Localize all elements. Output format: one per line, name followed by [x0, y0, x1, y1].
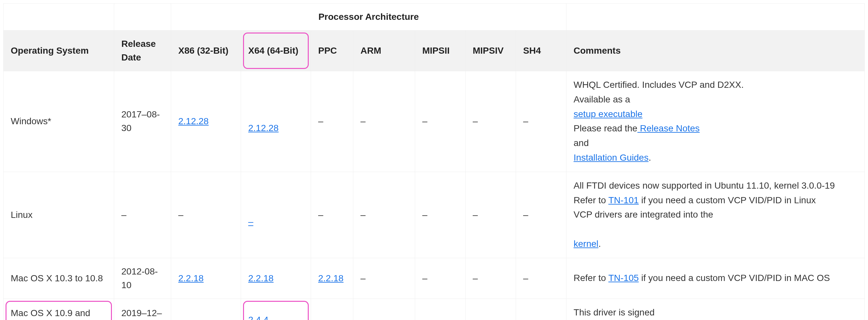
comment-text: .	[598, 239, 601, 249]
comment-text: Please read the	[574, 123, 637, 133]
tn-101-link[interactable]: TN-101	[609, 195, 639, 205]
cell-x64: 2.4.4	[241, 298, 311, 320]
cell-x86: 2.2.18	[171, 258, 241, 298]
table-row: Linux – – – – – – – – All FTDI devices n…	[4, 172, 865, 258]
header-x64: X64 (64-Bit)	[241, 31, 311, 71]
cell-arm: –	[353, 172, 415, 258]
cell-ppc: 2.2.18	[311, 258, 353, 298]
cell-x86: –	[171, 298, 241, 320]
table-row: Windows* 2017–08-30 2.12.28 2.12.28 – – …	[4, 71, 865, 172]
cell-comments: This driver is signed by Apple	[566, 298, 865, 320]
header-blank-comments	[566, 4, 865, 31]
cell-date: 2019–12–24	[114, 298, 171, 320]
setup-executable-link[interactable]: setup executable	[574, 109, 643, 119]
cell-sh4: –	[516, 258, 566, 298]
comment-text: if you need a custom VCP VID/PID in MAC …	[639, 273, 830, 283]
cell-mipsiv: –	[466, 258, 516, 298]
comment-text: This driver is signed	[574, 307, 655, 317]
cell-comments: All FTDI devices now supported in Ubuntu…	[566, 172, 865, 258]
cell-mipsii: –	[415, 258, 466, 298]
download-link[interactable]: 2.2.18	[178, 273, 204, 283]
comment-text: VCP drivers are integrated into the	[574, 210, 713, 220]
cell-mipsiv: –	[466, 298, 516, 320]
header-blank-date	[114, 4, 171, 31]
header-mipsiv: MIPSIV	[466, 31, 516, 71]
release-notes-link[interactable]: Release Notes	[637, 123, 700, 133]
cell-date: 2012-08-10	[114, 258, 171, 298]
cell-date: 2017–08-30	[114, 71, 171, 172]
cell-mipsii: –	[415, 298, 466, 320]
cell-x64: 2.2.18	[241, 258, 311, 298]
header-comments: Comments	[566, 31, 865, 71]
header-sh4: SH4	[516, 31, 566, 71]
comment-text: All FTDI devices now supported in Ubuntu…	[574, 181, 835, 191]
header-arch-title: Processor Architecture	[171, 4, 566, 31]
table-row: Mac OS X 10.9 and above 2019–12–24 – 2.4…	[4, 298, 865, 320]
header-arm: ARM	[353, 31, 415, 71]
cell-x64: –	[241, 172, 311, 258]
cell-arm: –	[353, 258, 415, 298]
header-mipsii: MIPSII	[415, 31, 466, 71]
cell-arm: –	[353, 298, 415, 320]
cell-date: –	[114, 172, 171, 258]
table-row: Mac OS X 10.3 to 10.8 2012-08-10 2.2.18 …	[4, 258, 865, 298]
comment-text: WHQL Certified. Includes VCP and D2XX.	[574, 80, 744, 90]
installation-guides-link[interactable]: Installation Guides	[574, 153, 648, 163]
kernel-link[interactable]: kernel	[574, 239, 598, 249]
header-release-date: Release Date	[114, 31, 171, 71]
tn-105-link[interactable]: TN-105	[609, 273, 639, 283]
cell-mipsii: –	[415, 71, 466, 172]
download-link[interactable]: 2.12.28	[178, 116, 209, 126]
comment-text: Available as a	[574, 94, 630, 104]
cell-os: Mac OS X 10.9 and above	[4, 298, 114, 320]
download-link[interactable]: 2.4.4	[248, 315, 269, 320]
cell-sh4: –	[516, 172, 566, 258]
header-ppc: PPC	[311, 31, 353, 71]
driver-table: Processor Architecture Operating System …	[3, 3, 865, 320]
cell-sh4: –	[516, 298, 566, 320]
header-x86: X86 (32-Bit)	[171, 31, 241, 71]
comment-text: .	[648, 153, 651, 163]
cell-comments: Refer to TN-105 if you need a custom VCP…	[566, 258, 865, 298]
cell-sh4: –	[516, 71, 566, 172]
comment-text: if you need a custom VCP VID/PID in Linu…	[639, 195, 816, 205]
cell-ppc: –	[311, 172, 353, 258]
cell-x86: –	[171, 172, 241, 258]
cell-comments: WHQL Certified. Includes VCP and D2XX. A…	[566, 71, 865, 172]
cell-mipsiv: –	[466, 71, 516, 172]
cell-x64: 2.12.28	[241, 71, 311, 172]
cell-ppc: –	[311, 71, 353, 172]
comment-text: Refer to	[574, 195, 609, 205]
comment-text: and	[574, 138, 589, 148]
download-link[interactable]: 2.12.28	[248, 123, 278, 133]
cell-os: Windows*	[4, 71, 114, 172]
header-blank-os	[4, 4, 114, 31]
download-link[interactable]: –	[248, 217, 253, 227]
header-os: Operating System	[4, 31, 114, 71]
cell-mipsii: –	[415, 172, 466, 258]
cell-arm: –	[353, 71, 415, 172]
download-link[interactable]: 2.2.18	[248, 273, 274, 283]
cell-mipsiv: –	[466, 172, 516, 258]
cell-x86: 2.12.28	[171, 71, 241, 172]
cell-ppc: –	[311, 298, 353, 320]
download-link[interactable]: 2.2.18	[318, 273, 344, 283]
cell-os: Mac OS X 10.3 to 10.8	[4, 258, 114, 298]
cell-os: Linux	[4, 172, 114, 258]
comment-text: Refer to	[574, 273, 609, 283]
